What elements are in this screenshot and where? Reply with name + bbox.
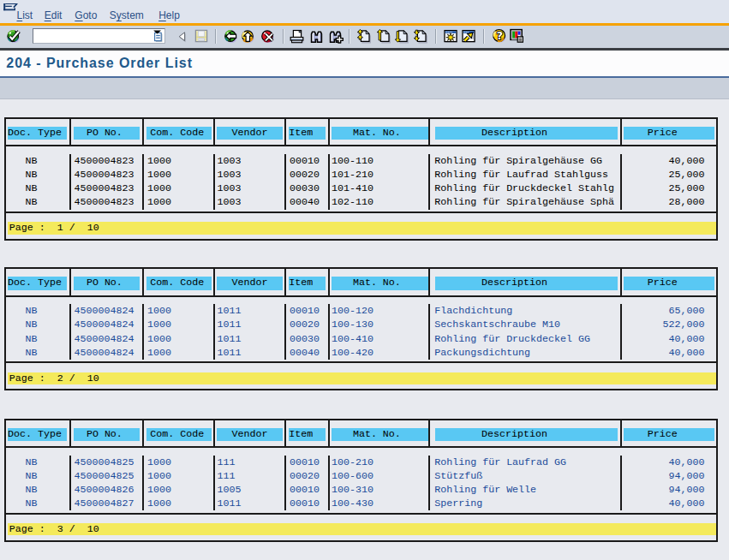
table-row[interactable]: NB45000048271000101100010100-430Sperring… (6, 497, 716, 510)
column-header-cell: Vendor (215, 269, 286, 295)
menu-items: ListEditGotoSystemHelp (17, 10, 180, 22)
cancel-button[interactable] (260, 29, 276, 45)
table-cell: 4500004827 (71, 497, 144, 510)
column-header-label: Doc. Type (8, 428, 67, 442)
column-header-label: Price (624, 277, 714, 290)
table-cell: NB (6, 469, 71, 483)
column-header-cell: Com. Code (144, 269, 215, 295)
print-button[interactable] (290, 29, 304, 44)
standard-toolbar: ? (0, 26, 729, 48)
toolbar-separator (435, 29, 437, 44)
table-cell: 00040 (286, 195, 330, 209)
table-cell: Rohling für Laufrad GG (430, 456, 622, 469)
column-header-cell: Description (430, 119, 622, 145)
table-cell: 1003 (215, 195, 286, 209)
create-shortcut-button[interactable] (462, 29, 476, 44)
command-field-toggle[interactable] (176, 31, 188, 43)
column-header-cell: Mat. No. (330, 269, 430, 295)
table-cell: 25,000 (622, 182, 716, 195)
column-header-cell: Price (622, 119, 716, 145)
find-next-button[interactable] (328, 29, 344, 44)
table-cell: 00010 (286, 304, 330, 318)
table-cell: 1000 (144, 346, 215, 360)
command-field[interactable] (33, 28, 165, 44)
customize-layout-button[interactable] (510, 28, 525, 44)
column-header-label: Com. Code (146, 127, 212, 140)
first-page-button[interactable] (357, 29, 372, 44)
table-cell: Rohling für Laufrad Stahlguss (430, 168, 622, 182)
table-cell: 00030 (286, 182, 330, 195)
command-history-dropdown-icon[interactable] (152, 30, 164, 46)
po-list-block-1: Doc. TypePO No.Com. CodeVendorItemMat. N… (4, 117, 718, 241)
column-header-cell: Price (622, 269, 716, 295)
new-session-button[interactable] (444, 29, 458, 44)
column-header-cell: Doc. Type (6, 420, 71, 446)
table-cell: Flachdichtung (430, 304, 622, 318)
column-header-label: Vendor (217, 127, 283, 140)
menu-system[interactable]: System (110, 10, 144, 22)
toolbar-separator (283, 29, 284, 44)
table-row[interactable]: NB45000048241000101100020100-130Sechskan… (6, 318, 716, 331)
table-row[interactable]: NB45000048231000100300040102-110Rohling … (6, 195, 716, 209)
table-cell: NB (6, 318, 71, 331)
table-cell: 100-430 (330, 497, 430, 510)
table-cell: 40,000 (622, 497, 716, 510)
column-header-cell: Mat. No. (330, 420, 430, 446)
table-cell: 111 (215, 456, 286, 469)
column-header-cell: Vendor (215, 420, 286, 446)
table-cell: 1011 (215, 497, 286, 510)
table-cell: 1011 (215, 332, 286, 346)
column-header-label: Vendor (217, 428, 283, 442)
save-button[interactable] (194, 29, 208, 43)
page-title: 204 - Purchase Order List (6, 56, 193, 71)
table-cell: 1011 (215, 346, 286, 360)
column-header-label: Doc. Type (8, 127, 67, 140)
table-cell: 101-410 (330, 182, 430, 195)
svg-text:?: ? (496, 29, 503, 42)
back-button[interactable] (224, 29, 239, 45)
help-button[interactable]: ? (492, 28, 507, 44)
table-cell: 00020 (286, 168, 330, 182)
table-cell: 100-420 (330, 346, 430, 360)
table-body: NB45000048231000100300010100-110Rohling … (6, 146, 716, 211)
table-cell: Stützfuß (430, 469, 622, 483)
table-cell: 522,000 (622, 318, 716, 331)
find-button[interactable] (309, 29, 324, 44)
column-header-label: Mat. No. (332, 277, 427, 290)
column-header-cell: Description (430, 420, 622, 446)
table-row[interactable]: NB4500004825100011100010100-210Rohling f… (6, 456, 716, 469)
table-cell: 1000 (144, 154, 215, 168)
table-row[interactable]: NB45000048241000101100030100-410Rohling … (6, 332, 716, 346)
table-cell: NB (6, 182, 71, 195)
table-cell: NB (6, 483, 71, 497)
table-cell: NB (6, 154, 71, 168)
table-cell: 1000 (144, 304, 215, 318)
menu-help[interactable]: Help (158, 10, 180, 22)
table-row[interactable]: NB4500004825100011100020100-600Stützfuß9… (6, 469, 716, 483)
exit-button[interactable] (241, 29, 256, 45)
table-cell: 102-110 (330, 195, 430, 209)
table-cell: 1000 (144, 469, 215, 483)
table-row[interactable]: NB45000048231000100300020101-210Rohling … (6, 168, 716, 182)
table-cell: NB (6, 497, 71, 510)
menu-list[interactable]: List (17, 10, 33, 22)
column-header-cell: Vendor (215, 119, 286, 145)
table-cell: NB (6, 168, 71, 182)
last-page-button[interactable] (414, 29, 428, 44)
table-cell: 1000 (144, 332, 215, 346)
page-down-button[interactable] (395, 29, 409, 44)
table-body: NB4500004825100011100010100-210Rohling f… (6, 448, 716, 513)
table-row[interactable]: NB45000048241000101100010100-120Flachdic… (6, 304, 716, 318)
table-cell: 1000 (144, 182, 215, 195)
enter-button[interactable] (6, 29, 21, 44)
table-cell: 00020 (286, 469, 330, 483)
column-header-label: Doc. Type (8, 277, 67, 290)
table-row[interactable]: NB45000048261000100500010100-310Rohling … (6, 483, 716, 497)
command-input[interactable] (34, 30, 152, 42)
page-up-button[interactable] (377, 29, 391, 44)
table-row[interactable]: NB45000048231000100300030101-410Rohling … (6, 182, 716, 195)
table-row[interactable]: NB45000048231000100300010100-110Rohling … (6, 154, 716, 168)
table-row[interactable]: NB45000048241000101100040100-420Packungs… (6, 346, 716, 360)
menu-edit[interactable]: Edit (45, 10, 63, 22)
menu-goto[interactable]: Goto (75, 10, 97, 22)
